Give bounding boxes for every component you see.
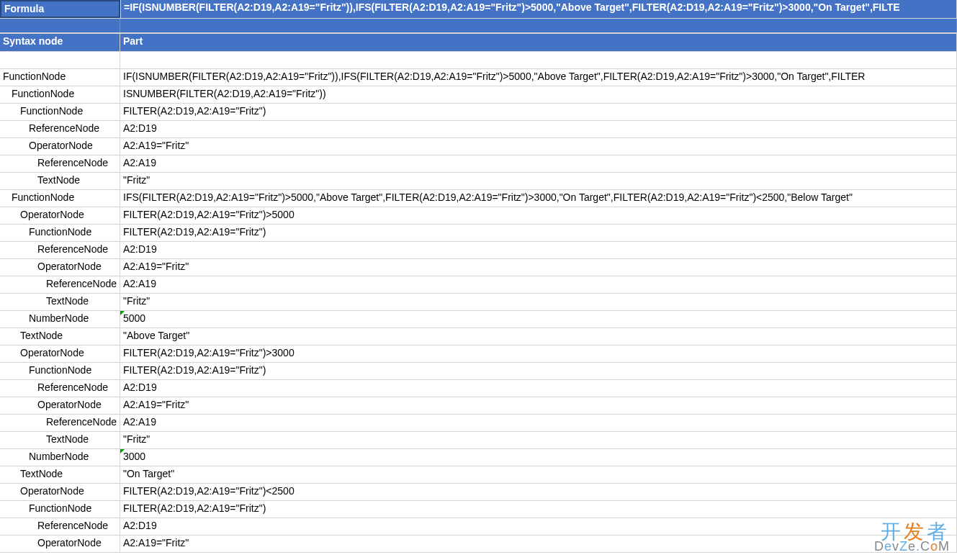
table-row[interactable]: OperatorNodeFILTER(A2:D19,A2:A19="Fritz"… [0,484,957,501]
spreadsheet-view: Formula =IF(ISNUMBER(FILTER(A2:D19,A2:A1… [0,0,957,553]
table-row[interactable]: FunctionNodeFILTER(A2:D19,A2:A19="Fritz"… [0,363,957,380]
syntax-node-cell[interactable]: FunctionNode [0,190,120,207]
table-row[interactable]: ReferenceNodeA2:D19 [0,380,957,397]
syntax-node-cell[interactable]: FunctionNode [0,69,120,86]
syntax-node-cell[interactable]: OperatorNode [0,397,120,414]
table-row[interactable]: FunctionNodeIF(ISNUMBER(FILTER(A2:D19,A2… [0,69,957,86]
part-cell[interactable]: FILTER(A2:D19,A2:A19="Fritz")<2500 [120,484,957,500]
syntax-node-cell[interactable]: OperatorNode [0,536,120,552]
part-cell[interactable]: A2:A19="Fritz" [120,259,957,276]
part-cell[interactable]: A2:D19 [120,242,957,258]
syntax-node-cell[interactable]: ReferenceNode [0,380,120,397]
part-cell[interactable]: "Fritz" [120,294,957,310]
part-cell[interactable]: "Above Target" [120,328,957,345]
syntax-node-cell[interactable]: ReferenceNode [0,276,120,293]
formula-header-row[interactable]: Formula =IF(ISNUMBER(FILTER(A2:D19,A2:A1… [0,0,957,19]
part-cell[interactable]: "Fritz" [120,432,957,448]
table-row[interactable]: OperatorNodeA2:A19="Fritz" [0,536,957,553]
table-row[interactable]: TextNode"Fritz" [0,173,957,190]
part-cell[interactable]: FILTER(A2:D19,A2:A19="Fritz") [120,225,957,241]
part-cell[interactable]: ISNUMBER(FILTER(A2:D19,A2:A19="Fritz")) [120,86,957,103]
part-cell[interactable]: FILTER(A2:D19,A2:A19="Fritz") [120,501,957,518]
part-cell[interactable]: IFS(FILTER(A2:D19,A2:A19="Fritz")>5000,"… [120,190,957,207]
table-row[interactable]: OperatorNodeFILTER(A2:D19,A2:A19="Fritz"… [0,207,957,225]
syntax-node-cell[interactable]: NumberNode [0,311,120,328]
part-cell[interactable]: A2:D19 [120,121,957,137]
syntax-node-cell[interactable]: OperatorNode [0,484,120,500]
syntax-node-cell[interactable]: ReferenceNode [0,518,120,535]
col-header-syntax-node[interactable]: Syntax node [0,34,120,51]
syntax-node-cell[interactable]: FunctionNode [0,104,120,120]
table-row[interactable]: FunctionNodeIFS(FILTER(A2:D19,A2:A19="Fr… [0,190,957,207]
part-cell[interactable]: A2:A19="Fritz" [120,138,957,155]
table-row[interactable]: OperatorNodeFILTER(A2:D19,A2:A19="Fritz"… [0,346,957,363]
part-cell[interactable]: FILTER(A2:D19,A2:A19="Fritz")>3000 [120,346,957,362]
part-cell[interactable]: A2:D19 [120,380,957,397]
table-row[interactable]: TextNode"Above Target" [0,328,957,346]
part-cell[interactable]: FILTER(A2:D19,A2:A19="Fritz") [120,363,957,379]
syntax-node-cell[interactable]: ReferenceNode [0,121,120,137]
syntax-node-cell[interactable] [0,52,120,68]
table-row[interactable]: ReferenceNodeA2:A19 [0,276,957,294]
syntax-node-cell[interactable]: FunctionNode [0,501,120,518]
part-cell[interactable]: FILTER(A2:D19,A2:A19="Fritz") [120,104,957,120]
syntax-node-cell[interactable]: TextNode [0,294,120,310]
table-row[interactable]: FunctionNodeFILTER(A2:D19,A2:A19="Fritz"… [0,501,957,518]
part-cell[interactable]: A2:A19 [120,415,957,431]
table-row[interactable]: NumberNode5000 [0,311,957,328]
syntax-node-cell[interactable]: FunctionNode [0,363,120,379]
col-header-part[interactable]: Part [120,34,957,51]
part-cell[interactable]: A2:A19="Fritz" [120,536,957,552]
part-cell[interactable]: A2:A19 [120,276,957,293]
part-cell[interactable]: A2:A19 [120,155,957,172]
syntax-node-cell[interactable]: TextNode [0,432,120,448]
table-row[interactable]: OperatorNodeA2:A19="Fritz" [0,138,957,155]
syntax-node-cell[interactable]: TextNode [0,466,120,483]
syntax-node-cell[interactable]: OperatorNode [0,207,120,224]
part-cell[interactable]: IF(ISNUMBER(FILTER(A2:D19,A2:A19="Fritz"… [120,69,957,86]
table-row[interactable]: FunctionNodeFILTER(A2:D19,A2:A19="Fritz"… [0,225,957,242]
part-cell[interactable]: A2:A19="Fritz" [120,397,957,414]
part-cell[interactable]: A2:D19 [120,518,957,535]
syntax-node-cell[interactable]: NumberNode [0,449,120,466]
table-row[interactable]: TextNode"On Target" [0,466,957,484]
syntax-node-cell[interactable]: ReferenceNode [0,155,120,172]
syntax-node-cell[interactable]: TextNode [0,173,120,189]
syntax-node-cell[interactable]: FunctionNode [0,86,120,103]
table-row[interactable]: FunctionNodeISNUMBER(FILTER(A2:D19,A2:A1… [0,86,957,104]
table-row[interactable] [0,52,957,69]
blank-row [0,19,957,33]
syntax-node-cell[interactable]: FunctionNode [0,225,120,241]
header-label-formula[interactable]: Formula [0,0,120,18]
table-row[interactable]: FunctionNodeFILTER(A2:D19,A2:A19="Fritz"… [0,104,957,121]
syntax-node-cell[interactable]: OperatorNode [0,138,120,155]
syntax-node-cell[interactable]: OperatorNode [0,259,120,276]
table-row[interactable]: ReferenceNodeA2:D19 [0,242,957,259]
syntax-node-cell[interactable]: OperatorNode [0,346,120,362]
part-cell[interactable] [120,52,957,68]
part-cell[interactable]: 5000 [120,311,957,328]
table-row[interactable]: ReferenceNodeA2:D19 [0,121,957,138]
header-formula-value[interactable]: =IF(ISNUMBER(FILTER(A2:D19,A2:A19="Fritz… [120,0,957,18]
syntax-node-cell[interactable]: TextNode [0,328,120,345]
column-headers-row[interactable]: Syntax node Part [0,33,957,52]
table-row[interactable]: OperatorNodeA2:A19="Fritz" [0,397,957,415]
part-cell[interactable]: "Fritz" [120,173,957,189]
table-row[interactable]: ReferenceNodeA2:D19 [0,518,957,536]
table-row[interactable]: NumberNode3000 [0,449,957,466]
part-cell[interactable]: FILTER(A2:D19,A2:A19="Fritz")>5000 [120,207,957,224]
table-row[interactable]: ReferenceNodeA2:A19 [0,415,957,432]
table-body: FunctionNodeIF(ISNUMBER(FILTER(A2:D19,A2… [0,52,957,553]
table-row[interactable]: OperatorNodeA2:A19="Fritz" [0,259,957,276]
part-cell[interactable]: "On Target" [120,466,957,483]
table-row[interactable]: TextNode"Fritz" [0,432,957,449]
syntax-node-cell[interactable]: ReferenceNode [0,242,120,258]
table-row[interactable]: ReferenceNodeA2:A19 [0,155,957,173]
syntax-node-cell[interactable]: ReferenceNode [0,415,120,431]
part-cell[interactable]: 3000 [120,449,957,466]
table-row[interactable]: TextNode"Fritz" [0,294,957,311]
